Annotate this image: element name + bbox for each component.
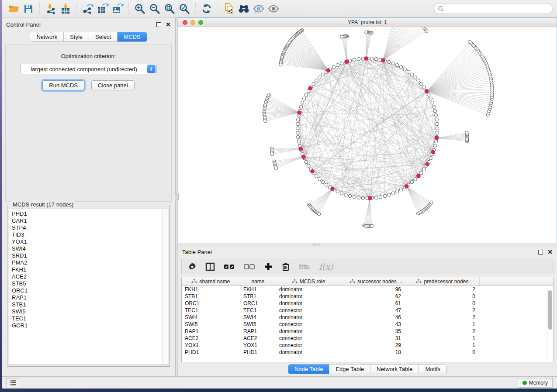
close-panel-icon[interactable]: ✕ [547, 250, 553, 254]
table-row[interactable]: PHD1PHD1dominator180 [182, 349, 553, 356]
column-header-shared-name[interactable]: shared name [182, 277, 240, 285]
column-header-MCDS-role[interactable]: MCDS role [276, 277, 341, 285]
column-header-successor-nodes[interactable]: successor nodes⌄ [341, 277, 405, 285]
export-image-button[interactable] [110, 2, 125, 15]
column-layout-button[interactable] [205, 262, 215, 271]
graph-node[interactable] [432, 105, 436, 109]
mcds-result-item[interactable]: TEC1 [12, 315, 162, 322]
graph-node[interactable] [336, 190, 339, 193]
table-scrollbar[interactable] [547, 286, 553, 362]
search-field[interactable] [434, 3, 553, 14]
table-row[interactable]: FKH1FKH1dominator962 [182, 286, 553, 293]
mcds-result-item[interactable]: STB1 [12, 301, 162, 308]
zoom-selected-button[interactable] [177, 2, 192, 15]
hide-selected-button[interactable] [251, 2, 266, 15]
open-file-button[interactable] [6, 2, 21, 15]
graph-node[interactable] [427, 93, 430, 96]
graph-mcds-node[interactable] [302, 155, 306, 159]
graph-node[interactable] [370, 57, 374, 61]
show-all-button[interactable] [266, 2, 281, 15]
graph-node[interactable] [318, 212, 321, 215]
horizontal-splitter[interactable] [178, 243, 557, 247]
network-title-bar[interactable]: YPA_prune.txt_1 [178, 18, 557, 27]
graph-node[interactable] [399, 188, 403, 191]
graph-node[interactable] [332, 65, 336, 69]
mcds-result-item[interactable]: YOX1 [12, 238, 162, 245]
graph-node[interactable] [433, 144, 437, 148]
clone-network-button[interactable] [221, 2, 236, 15]
result-list-scrollbar[interactable] [162, 209, 168, 364]
graph-node[interactable] [395, 63, 399, 67]
table-row[interactable]: STB1STB1dominator620 [182, 293, 553, 300]
graph-node[interactable] [307, 164, 310, 168]
mcds-result-list[interactable]: PHD1CAR1STP4TID3YOX1SWI4SRD1PMA2FKH1ACE2… [9, 209, 168, 365]
graph-node[interactable] [383, 194, 387, 198]
table-row[interactable]: ACE2ACE2connector311 [182, 335, 553, 342]
graph-mcds-node[interactable] [425, 89, 429, 93]
mcds-result-item[interactable]: FKH1 [12, 266, 162, 273]
graph-mcds-node[interactable] [405, 184, 408, 188]
vertical-splitter[interactable] [175, 17, 178, 376]
table-settings-button[interactable] [188, 262, 197, 271]
mcds-result-item[interactable]: CAR1 [12, 217, 162, 224]
add-column-button[interactable] [264, 262, 273, 271]
close-panel-button[interactable]: Close panel [91, 80, 135, 90]
graph-mcds-node[interactable] [298, 111, 301, 115]
float-panel-icon[interactable] [156, 22, 161, 27]
mcds-result-item[interactable]: GCR1 [12, 322, 162, 329]
graph-node[interactable] [436, 127, 439, 130]
column-header-predecessor-nodes[interactable]: predecessor nodes [405, 277, 480, 285]
graph-node[interactable] [429, 97, 432, 100]
graph-node[interactable] [340, 62, 343, 65]
table-row[interactable]: ORC1ORC1dominator610 [182, 300, 553, 307]
graph-node[interactable] [264, 120, 267, 123]
mcds-result-item[interactable]: SWI4 [12, 245, 162, 252]
graph-mcds-node[interactable] [326, 69, 330, 72]
mcds-result-item[interactable]: STB5 [12, 280, 162, 287]
graph-node[interactable] [271, 153, 274, 156]
splitter-handle[interactable] [313, 244, 320, 246]
export-table-button[interactable] [95, 2, 110, 15]
graph-node[interactable] [357, 196, 360, 199]
criterion-dropdown[interactable]: largest connected component (undirected)… [21, 64, 157, 74]
graph-node[interactable] [297, 140, 301, 143]
graph-node[interactable] [301, 101, 304, 104]
mcds-result-item[interactable]: STP4 [12, 224, 162, 231]
graph-node[interactable] [357, 57, 360, 61]
mcds-result-item[interactable]: ACE2 [12, 273, 162, 280]
graph-node[interactable] [419, 171, 423, 175]
graph-mcds-node[interactable] [368, 196, 372, 200]
tab-motifs[interactable]: Motifs [419, 364, 446, 374]
graph-node[interactable] [387, 193, 391, 196]
graph-node[interactable] [296, 118, 300, 121]
graph-node[interactable] [315, 175, 318, 178]
mcds-result-item[interactable]: SWI5 [12, 308, 162, 315]
graph-node[interactable] [302, 97, 306, 100]
mcds-result-item[interactable]: PHD1 [12, 210, 162, 217]
graph-mcds-node[interactable] [299, 147, 303, 151]
graph-node[interactable] [465, 131, 468, 134]
export-network-button[interactable] [80, 2, 95, 15]
graph-node[interactable] [296, 127, 299, 130]
graph-mcds-node[interactable] [381, 58, 385, 62]
graph-node[interactable] [353, 58, 356, 62]
mcds-result-item[interactable]: PMA2 [12, 259, 162, 266]
graph-node[interactable] [433, 109, 437, 113]
run-mcds-button[interactable]: Run MCDS [42, 80, 84, 90]
graph-node[interactable] [361, 196, 365, 200]
tab-select[interactable]: Select [89, 32, 118, 41]
graph-node[interactable] [391, 192, 395, 195]
delete-column-button[interactable] [281, 262, 290, 272]
table-row[interactable]: SWI5SWI5connector431 [182, 321, 553, 328]
float-panel-icon[interactable] [538, 250, 543, 254]
tab-network[interactable]: Network [30, 32, 64, 41]
graph-node[interactable] [325, 183, 328, 187]
tab-mcds[interactable]: MCDS [118, 32, 146, 41]
scrollbar-thumb[interactable] [548, 290, 552, 330]
graph-node[interactable] [304, 93, 308, 96]
graph-node[interactable] [318, 76, 322, 79]
graph-node[interactable] [429, 156, 432, 160]
delete-table-button[interactable] [299, 263, 310, 270]
task-history-button[interactable] [6, 378, 19, 387]
search-input[interactable] [446, 5, 549, 12]
